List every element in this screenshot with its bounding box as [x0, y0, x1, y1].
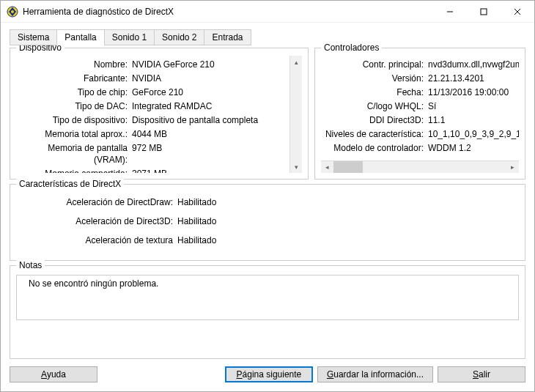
drivers-main-value: nvd3dumx.dll,nvwgf2umx.dll	[428, 59, 519, 70]
device-manufacturer-label: Fabricante:	[16, 73, 132, 84]
dxdiag-icon	[7, 6, 18, 18]
tab-sonido1[interactable]: Sonido 1	[104, 29, 155, 45]
drivers-whql-value: Sí	[428, 100, 519, 112]
drivers-main-label: Contr. principal:	[321, 59, 428, 70]
drivers-feature-label: Niveles de característica:	[321, 128, 428, 140]
drivers-model-value: WDDM 1.2	[428, 142, 519, 154]
device-dac-label: Tipo de DAC:	[16, 100, 132, 112]
next-page-button[interactable]: Página siguiente	[225, 366, 313, 382]
notes-text[interactable]: No se encontró ningún problema.	[16, 275, 519, 320]
tab-sistema[interactable]: Sistema	[10, 29, 57, 45]
content-area: Sistema Pantalla Sonido 1 Sonido 2 Entra…	[1, 23, 534, 391]
device-manufacturer-value: NVIDIA	[132, 73, 289, 84]
features-d3d-value: Habilitado	[177, 215, 519, 227]
tab-entrada[interactable]: Entrada	[204, 29, 251, 45]
tab-pantalla[interactable]: Pantalla	[56, 29, 104, 45]
device-scrollbar[interactable]: ▴ ▾	[289, 56, 302, 173]
drivers-group: Controladores Contr. principal:nvd3dumx.…	[314, 48, 525, 180]
scroll-left-icon[interactable]: ◂	[321, 161, 333, 173]
features-list: Aceleración de DirectDraw:Habilitado Ace…	[16, 192, 519, 246]
scroll-up-icon[interactable]: ▴	[290, 56, 302, 68]
tab-panel-pantalla: Dispositivo Nombre:NVIDIA GeForce 210 Fa…	[10, 48, 525, 382]
features-ddraw-label: Aceleración de DirectDraw:	[31, 196, 177, 208]
device-type-label: Tipo de dispositivo:	[16, 114, 132, 126]
notes-legend: Notas	[16, 260, 45, 270]
help-button[interactable]: Ayuda	[10, 366, 97, 382]
features-texture-label: Aceleración de textura	[31, 234, 177, 246]
scroll-down-icon[interactable]: ▾	[290, 160, 302, 173]
button-row: Ayuda Página siguiente Guardar la inform…	[10, 363, 525, 382]
close-button[interactable]	[501, 1, 534, 23]
features-texture-value: Habilitado	[177, 234, 519, 246]
device-name-value: NVIDIA GeForce 210	[132, 59, 289, 70]
drivers-date-value: 11/13/2016 19:00:00	[428, 86, 519, 98]
exit-button[interactable]: Salir	[438, 366, 525, 382]
svg-point-1	[11, 10, 14, 13]
device-totalmem-value: 4044 MB	[132, 128, 289, 140]
maximize-button[interactable]	[467, 1, 501, 23]
device-shared-value: 3071 MB	[132, 168, 289, 173]
drivers-whql-label: C/logo WHQL:	[321, 100, 428, 112]
device-dac-value: Integrated RAMDAC	[132, 100, 289, 112]
device-chip-value: GeForce 210	[132, 86, 289, 98]
device-totalmem-label: Memoria total aprox.:	[16, 128, 132, 140]
drivers-hscrollbar[interactable]: ◂ ▸	[321, 160, 519, 173]
tab-sonido2[interactable]: Sonido 2	[154, 29, 204, 45]
features-group: Características de DirectX Aceleración d…	[10, 184, 525, 261]
drivers-ddi-label: DDI Direct3D:	[321, 114, 428, 126]
scroll-right-icon[interactable]: ▸	[506, 161, 519, 173]
device-type-value: Dispositivo de pantalla completa	[132, 114, 289, 126]
svg-rect-3	[481, 9, 487, 15]
drivers-version-label: Versión:	[321, 73, 428, 84]
device-list: Nombre:NVIDIA GeForce 210 Fabricante:NVI…	[16, 56, 289, 173]
device-chip-label: Tipo de chip:	[16, 86, 132, 98]
save-info-button[interactable]: Guardar la información...	[317, 366, 433, 382]
window-controls	[433, 1, 534, 23]
device-group: Dispositivo Nombre:NVIDIA GeForce 210 Fa…	[10, 48, 309, 180]
features-d3d-label: Aceleración de Direct3D:	[31, 215, 177, 227]
scroll-track[interactable]	[363, 161, 506, 173]
drivers-date-label: Fecha:	[321, 86, 428, 98]
drivers-feature-value: 10_1,10_0,9_3,9_2,9_1	[428, 128, 519, 140]
drivers-list: Contr. principal:nvd3dumx.dll,nvwgf2umx.…	[321, 56, 519, 159]
window-title: Herramienta de diagnóstico de DirectX	[23, 7, 433, 17]
drivers-ddi-value: 11.1	[428, 114, 519, 126]
minimize-button[interactable]	[433, 1, 467, 23]
features-legend: Características de DirectX	[16, 179, 124, 189]
drivers-model-label: Modelo de controlador:	[321, 142, 428, 154]
features-ddraw-value: Habilitado	[177, 196, 519, 208]
drivers-version-value: 21.21.13.4201	[428, 73, 519, 84]
device-name-label: Nombre:	[16, 59, 132, 70]
titlebar: Herramienta de diagnóstico de DirectX	[1, 1, 534, 23]
scroll-thumb[interactable]	[333, 161, 363, 173]
window: Herramienta de diagnóstico de DirectX Si…	[0, 0, 535, 392]
device-vram-value: 972 MB	[132, 142, 289, 154]
device-vram-label: Memoria de pantalla (VRAM):	[16, 142, 132, 166]
device-shared-label: Memoria compartida:	[16, 168, 132, 173]
tab-strip: Sistema Pantalla Sonido 1 Sonido 2 Entra…	[10, 29, 525, 45]
notes-group: Notas No se encontró ningún problema.	[10, 265, 525, 359]
